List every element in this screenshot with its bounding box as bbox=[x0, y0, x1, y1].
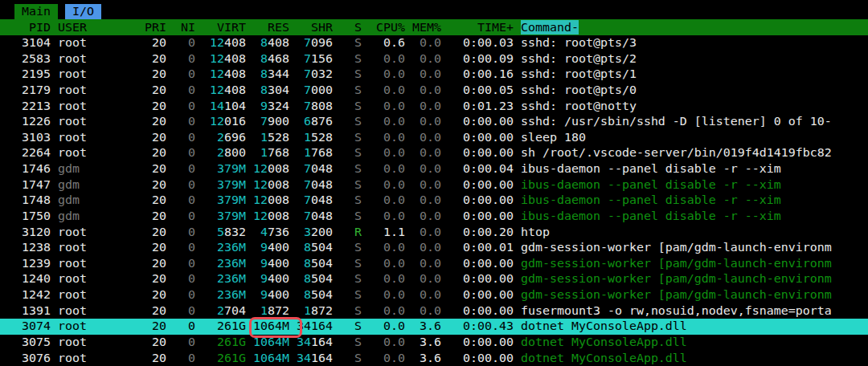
process-row[interactable]: 3104root2001240884087096S0.60.00:00.03ss… bbox=[0, 35, 868, 51]
column-header-time[interactable]: TIME+ bbox=[441, 19, 514, 35]
process-row[interactable]: 1391root200270418721872S0.00.00:00.00fus… bbox=[0, 303, 868, 319]
cell-text: sshd: root@pts/2 bbox=[521, 51, 637, 66]
column-header-cpu[interactable]: CPU% bbox=[362, 19, 405, 35]
cell-text: 900 bbox=[268, 114, 289, 128]
cell-text: 0.0 bbox=[420, 193, 441, 207]
cell-ni: 0 bbox=[166, 303, 195, 319]
process-row[interactable]: 3076root200261G1064M34164S0.03.60:00.00d… bbox=[0, 351, 868, 366]
cell-text: 1747 bbox=[22, 177, 51, 192]
process-row[interactable]: 3075root200261G1064M34164S0.03.60:00.00d… bbox=[0, 335, 868, 351]
process-row[interactable]: 1242root200236M94008504S0.00.00:00.00gdm… bbox=[0, 287, 868, 303]
cell-cpu: 0.0 bbox=[362, 271, 405, 287]
process-row[interactable]: 1226root2001201679006876S0.00.00:00.00ss… bbox=[0, 114, 868, 130]
cell-shr: 7032 bbox=[289, 67, 333, 83]
cell-res: 8468 bbox=[246, 51, 289, 67]
cell-text: 236M bbox=[217, 256, 246, 270]
column-header-user[interactable]: USER bbox=[58, 19, 123, 35]
cell-res: 12008 bbox=[246, 193, 289, 209]
cell-text: 12 bbox=[210, 51, 224, 66]
cell-state: S bbox=[333, 351, 362, 366]
cell-time: 0:00.00 bbox=[441, 271, 514, 287]
process-row[interactable]: 2179root2001240883047000S0.00.00:00.05ss… bbox=[0, 83, 868, 99]
cell-text: 528 bbox=[311, 130, 333, 144]
column-header-res[interactable]: RES bbox=[246, 19, 289, 35]
process-row[interactable]: 3120root200583247363200R1.10.00:00.20hto… bbox=[0, 225, 868, 241]
cell-cmd: sshd: root@notty bbox=[521, 99, 868, 115]
cell-ni: 0 bbox=[166, 193, 195, 209]
column-header-ni[interactable]: NI bbox=[166, 19, 195, 35]
cell-text: 20 bbox=[152, 67, 166, 81]
tab-main[interactable]: Main bbox=[14, 4, 58, 19]
column-header-virt[interactable]: VIRT bbox=[195, 19, 246, 35]
process-row[interactable]: 1239root200236M94008504S0.00.00:00.00gdm… bbox=[0, 256, 868, 272]
cell-gap bbox=[514, 240, 521, 256]
process-row[interactable]: 1238root200236M94008504S0.00.00:00.01gdm… bbox=[0, 240, 868, 256]
cell-res: 8304 bbox=[246, 83, 289, 99]
process-row[interactable]: 2195root2001240883447032S0.00.00:00.16ss… bbox=[0, 67, 868, 83]
cell-text: 9 bbox=[260, 240, 268, 254]
cell-mem: 3.6 bbox=[405, 319, 441, 335]
cell-cmd: sleep 180 bbox=[521, 130, 868, 146]
cell-text: 2264 bbox=[22, 145, 51, 160]
column-header-shr[interactable]: SHR bbox=[289, 19, 333, 35]
cell-cpu: 0.0 bbox=[362, 177, 405, 193]
cell-virt: 12408 bbox=[195, 67, 246, 83]
cell-res: 1064M bbox=[246, 335, 289, 351]
column-header-command[interactable]: Command- bbox=[521, 19, 868, 35]
process-row[interactable]: 1747gdm200379M120087048S0.00.00:00.00ibu… bbox=[0, 177, 868, 193]
column-header-pid[interactable]: PID bbox=[0, 19, 51, 35]
column-header-label: Command- bbox=[521, 20, 579, 35]
process-row[interactable]: 1746gdm200379M120087048S0.00.00:00.04ibu… bbox=[0, 161, 868, 177]
cell-gap bbox=[514, 83, 521, 99]
column-header-mem[interactable]: MEM% bbox=[405, 19, 441, 35]
cell-virt: 12408 bbox=[195, 51, 246, 67]
process-row[interactable]: 3074root200261G1064M34164S0.03.60:00.43d… bbox=[0, 319, 868, 335]
cell-text: 34164 bbox=[297, 319, 333, 333]
cell-text: 3075 bbox=[22, 335, 51, 349]
cell-text: root bbox=[58, 319, 87, 333]
cell-text: 504 bbox=[311, 256, 333, 270]
cell-state: S bbox=[333, 161, 362, 177]
cell-text: 12 bbox=[210, 83, 224, 97]
cell-shr: 34164 bbox=[289, 319, 333, 335]
column-header-pri[interactable]: PRI bbox=[123, 19, 166, 35]
process-row[interactable]: 3103root200269615281528S0.00.00:00.00sle… bbox=[0, 130, 868, 146]
cell-text: 7 bbox=[304, 67, 311, 81]
cell-shr: 7808 bbox=[289, 99, 333, 115]
column-header-s[interactable]: S bbox=[333, 19, 362, 35]
process-row[interactable]: 1748gdm200379M120087048S0.00.00:00.00ibu… bbox=[0, 193, 868, 209]
cell-gap bbox=[514, 114, 521, 130]
cell-virt: 379M bbox=[195, 177, 246, 193]
cell-text: R bbox=[354, 225, 362, 239]
cell-text: S bbox=[354, 287, 362, 302]
tab-io[interactable]: I/O bbox=[65, 4, 101, 19]
cell-time: 0:00.05 bbox=[441, 83, 514, 99]
cell-gap bbox=[51, 67, 58, 83]
cell-pid: 1239 bbox=[0, 256, 51, 272]
cell-text: 1240 bbox=[22, 271, 51, 286]
cell-shr: 7156 bbox=[289, 51, 333, 67]
cell-text: 0:00.00 bbox=[463, 335, 514, 349]
cell-text: 408 bbox=[224, 35, 246, 50]
cell-text: gdm-session-worker [pam/gdm-launch-envir… bbox=[521, 256, 832, 270]
process-row[interactable]: 2583root2001240884687156S0.00.00:00.09ss… bbox=[0, 51, 868, 67]
cell-res: 1064M bbox=[246, 351, 289, 366]
cell-gap bbox=[514, 303, 521, 319]
cell-user: root bbox=[58, 240, 123, 256]
cell-text: 1 bbox=[304, 145, 311, 160]
process-row[interactable]: 2213root2001410493247808S0.00.00:01.23ss… bbox=[0, 99, 868, 115]
cell-text: gdm-session-worker [pam/gdm-launch-envir… bbox=[521, 240, 832, 254]
column-header-label: TIME+ bbox=[477, 20, 514, 35]
cell-text: 7 bbox=[304, 161, 311, 176]
cell-text: dotnet MyConsoleApp.dll bbox=[521, 319, 687, 333]
process-row[interactable]: 1750gdm200379M120087048S0.00.00:00.00ibu… bbox=[0, 209, 868, 225]
cell-text: 0:00.20 bbox=[463, 225, 514, 239]
process-row[interactable]: 1240root200236M94008504S0.00.00:00.00gdm… bbox=[0, 271, 868, 287]
cell-ni: 0 bbox=[166, 83, 195, 99]
htop-terminal: Main I/O PIDUSERPRINIVIRTRESSHRSCPU%MEM%… bbox=[0, 0, 868, 366]
cell-gap bbox=[51, 256, 58, 272]
cell-text: S bbox=[354, 177, 362, 192]
cell-text: 164 bbox=[311, 351, 333, 365]
process-row[interactable]: 2264root200280017681768S0.00.00:00.00sh … bbox=[0, 145, 868, 161]
cell-pid: 3074 bbox=[0, 319, 51, 335]
